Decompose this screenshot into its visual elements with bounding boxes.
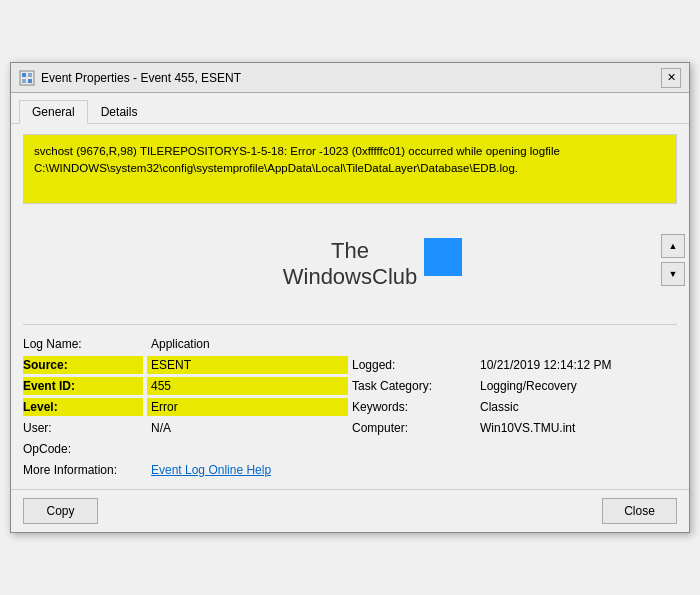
close-button[interactable]: Close (602, 498, 677, 524)
title-bar: Event Properties - Event 455, ESENT ✕ (11, 63, 689, 93)
section-divider (23, 324, 677, 325)
opcode-label: OpCode: (23, 440, 143, 458)
keywords-label: Keywords: (352, 398, 472, 416)
event-details-grid: Log Name: Application Source: ESENT Logg… (23, 335, 677, 479)
close-button-titlebar[interactable]: ✕ (661, 68, 681, 88)
svg-rect-3 (22, 79, 26, 83)
button-bar: Copy Close (11, 489, 689, 532)
computer-value: Win10VS.TMU.int (476, 419, 677, 437)
opcode-value (147, 440, 677, 458)
computer-label: Computer: (352, 419, 472, 437)
task-category-value: Logging/Recovery (476, 377, 677, 395)
source-label: Source: (23, 356, 143, 374)
user-label: User: (23, 419, 143, 437)
svg-rect-1 (22, 73, 26, 77)
event-properties-window: Event Properties - Event 455, ESENT ✕ Ge… (10, 62, 690, 533)
task-category-label: Task Category: (352, 377, 472, 395)
logged-label: Logged: (352, 356, 472, 374)
source-value: ESENT (147, 356, 348, 374)
log-name-value: Application (147, 335, 677, 353)
watermark-line2: WindowsClub (283, 264, 418, 289)
tab-details[interactable]: Details (88, 100, 151, 124)
level-label: Level: (23, 398, 143, 416)
logged-value: 10/21/2019 12:14:12 PM (476, 356, 677, 374)
scroll-down-button[interactable]: ▼ (661, 262, 685, 286)
event-id-label: Event ID: (23, 377, 143, 395)
more-info-value: Event Log Online Help (147, 461, 677, 479)
scroll-controls: ▲ ▼ (661, 234, 685, 286)
tab-bar: General Details (11, 93, 689, 124)
event-message-box: svchost (9676,R,98) TILEREPOSITORYS-1-5-… (23, 134, 677, 204)
window-icon (19, 70, 35, 86)
copy-button[interactable]: Copy (23, 498, 98, 524)
keywords-value: Classic (476, 398, 677, 416)
watermark-container: The WindowsClub (23, 214, 677, 314)
title-bar-left: Event Properties - Event 455, ESENT (19, 70, 241, 86)
content-area: svchost (9676,R,98) TILEREPOSITORYS-1-5-… (11, 124, 689, 489)
watermark-text: The WindowsClub (283, 238, 418, 291)
watermark-line1: The (331, 238, 369, 263)
watermark-diamond (424, 238, 462, 276)
event-id-value: 455 (147, 377, 348, 395)
log-name-label: Log Name: (23, 335, 143, 353)
more-info-label: More Information: (23, 461, 143, 479)
user-value: N/A (147, 419, 348, 437)
event-log-online-help-link[interactable]: Event Log Online Help (151, 463, 271, 477)
tab-general[interactable]: General (19, 100, 88, 124)
svg-rect-4 (28, 79, 32, 83)
watermark: The WindowsClub (283, 238, 418, 291)
window-title: Event Properties - Event 455, ESENT (41, 71, 241, 85)
event-message-text: svchost (9676,R,98) TILEREPOSITORYS-1-5-… (34, 145, 560, 174)
level-value: Error (147, 398, 348, 416)
svg-rect-2 (28, 73, 32, 77)
content-wrapper: svchost (9676,R,98) TILEREPOSITORYS-1-5-… (11, 124, 689, 489)
scroll-up-button[interactable]: ▲ (661, 234, 685, 258)
